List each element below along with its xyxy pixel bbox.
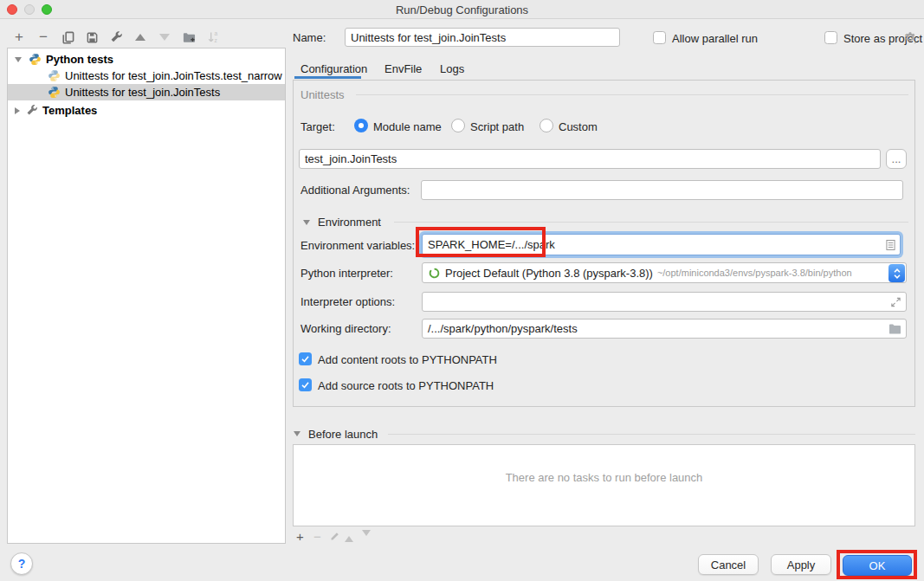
target-module-name-label: Module name [373, 120, 442, 133]
ellipsis-icon: ... [892, 152, 901, 165]
cancel-button-label: Cancel [711, 558, 746, 571]
cancel-button[interactable]: Cancel [698, 554, 759, 575]
empty-tasks-message: There are no tasks to run before launch [294, 471, 914, 484]
conda-env-icon [428, 267, 441, 280]
tab-envfile[interactable]: EnvFile [384, 62, 422, 75]
tab-logs[interactable]: Logs [440, 62, 464, 75]
configurations-tree: Python tests Unittests for test_join.Joi… [7, 48, 286, 544]
section-separator [388, 434, 915, 435]
move-down-icon [156, 29, 173, 46]
tree-item-python-tests[interactable]: Python tests [8, 51, 285, 68]
tree-item-unittest-jointests[interactable]: Unittests for test_join.JoinTests [8, 84, 285, 100]
copy-icon[interactable] [59, 29, 76, 46]
ok-button-label: OK [869, 559, 886, 572]
python-icon [48, 69, 61, 82]
environment-collapse-icon[interactable] [303, 220, 310, 225]
add-source-roots-checkbox[interactable] [299, 378, 312, 391]
target-label: Target: [300, 120, 335, 133]
python-icon [29, 53, 42, 66]
python-interpreter-value: Project Default (Python 3.8 (pyspark-3.8… [445, 267, 653, 280]
sort-alphabetically-icon: az [204, 29, 222, 46]
tab-configuration[interactable]: Configuration [300, 62, 367, 75]
tree-item-label: Python tests [46, 53, 113, 66]
allow-parallel-run-label: Allow parallel run [672, 32, 758, 45]
svg-text:a: a [214, 30, 217, 36]
target-script-path-radio[interactable] [451, 119, 465, 132]
add-source-roots-label: Add source roots to PYTHONPATH [318, 379, 494, 392]
name-value: Unittests for test_join.JoinTests [351, 31, 506, 44]
move-task-down-icon [364, 530, 375, 542]
environment-variables-input[interactable]: SPARK_HOME=/.../spark [422, 234, 901, 255]
before-launch-title: Before launch [308, 428, 378, 441]
before-launch-toolbar: + − [294, 530, 381, 542]
target-script-path-label: Script path [470, 120, 524, 133]
target-custom-radio[interactable] [540, 119, 553, 132]
folder-plus-icon [182, 31, 196, 44]
python-icon [48, 86, 61, 99]
tree-item-templates[interactable]: Templates [8, 102, 285, 119]
wrench-icon [110, 31, 123, 44]
environment-section-title: Environment [318, 216, 381, 229]
configurations-toolbar: + − az [10, 29, 229, 46]
working-directory-value: /.../spark/python/pyspark/tests [428, 322, 578, 335]
add-content-roots-checkbox[interactable] [299, 352, 312, 365]
unittests-group-title: Unittests [300, 88, 345, 101]
new-folder-icon[interactable] [180, 29, 197, 46]
before-launch-collapse-icon[interactable] [294, 431, 300, 436]
expand-collapse-icon[interactable] [15, 57, 22, 62]
allow-parallel-run-checkbox[interactable] [653, 31, 666, 44]
python-interpreter-select[interactable]: Project Default (Python 3.8 (pyspark-3.8… [422, 262, 907, 283]
tree-item-label: Unittests for test_join.JoinTests [65, 86, 220, 99]
module-name-input[interactable]: test_join.JoinTests [299, 149, 881, 169]
apply-button-label: Apply [787, 558, 816, 571]
remove-icon[interactable]: − [35, 29, 52, 46]
save-icon[interactable] [83, 29, 100, 46]
expand-collapse-icon[interactable] [15, 107, 20, 114]
additional-arguments-label: Additional Arguments: [300, 184, 410, 197]
tree-item-label: Unittests for test_join.JoinTests.test_n… [65, 69, 282, 82]
target-module-name-radio[interactable] [354, 119, 368, 132]
wrench-icon [26, 105, 38, 117]
environment-variables-value: SPARK_HOME=/.../spark [428, 238, 555, 251]
name-input[interactable]: Unittests for test_join.JoinTests [345, 28, 620, 47]
store-as-project-file-checkbox[interactable] [824, 31, 837, 44]
tree-item-label: Templates [42, 104, 97, 117]
copy-icon [61, 31, 74, 44]
expand-field-icon[interactable] [890, 296, 901, 307]
group-separator [356, 94, 908, 95]
before-launch-task-list: There are no tasks to run before launch [293, 444, 915, 526]
move-task-up-icon [346, 530, 358, 542]
add-content-roots-label: Add content roots to PYTHONPATH [318, 353, 497, 366]
help-button[interactable]: ? [10, 552, 33, 575]
apply-button[interactable]: Apply [771, 554, 831, 575]
env-vars-list-icon[interactable] [886, 239, 895, 251]
interpreter-options-input[interactable] [422, 292, 907, 312]
browse-module-button[interactable]: ... [886, 149, 907, 169]
gear-icon[interactable] [903, 31, 917, 48]
dropdown-stepper-icon[interactable] [888, 264, 905, 282]
ok-button[interactable]: OK [843, 555, 912, 576]
tree-item-unittest-narrow[interactable]: Unittests for test_join.JoinTests.test_n… [8, 68, 285, 84]
interpreter-options-label: Interpreter options: [300, 295, 395, 308]
working-directory-input[interactable]: /.../spark/python/pyspark/tests [422, 319, 907, 339]
python-interpreter-label: Python interpreter: [300, 267, 393, 280]
move-up-icon[interactable] [132, 29, 149, 46]
question-mark-icon: ? [18, 557, 26, 571]
section-separator [394, 222, 908, 223]
add-icon[interactable]: + [10, 29, 28, 46]
additional-arguments-input[interactable] [421, 180, 903, 200]
add-task-icon[interactable]: + [294, 530, 306, 542]
svg-text:z: z [214, 37, 216, 43]
up-triangle-icon [135, 34, 145, 41]
edit-task-icon [329, 530, 340, 542]
python-interpreter-path: ~/opt/miniconda3/envs/pyspark-3.8/bin/py… [657, 268, 852, 278]
working-directory-label: Working directory: [300, 322, 391, 335]
sort-az-icon: az [207, 30, 220, 44]
target-custom-label: Custom [559, 120, 598, 133]
title-bar: Run/Debug Configurations [0, 0, 924, 19]
folder-icon[interactable] [888, 323, 901, 334]
edit-templates-icon[interactable] [107, 29, 125, 46]
checkmark-icon [300, 354, 310, 364]
name-label: Name: [293, 31, 326, 44]
active-tab-underline [294, 76, 361, 79]
